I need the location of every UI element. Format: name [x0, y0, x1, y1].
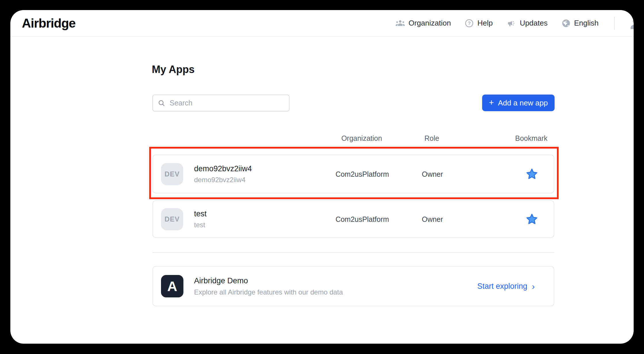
nav-organization[interactable]: Organization	[395, 19, 451, 28]
search-box	[152, 95, 290, 111]
app-name: demo92bvz2iiw4	[194, 164, 252, 173]
svg-text:?: ?	[468, 20, 471, 26]
start-exploring-link[interactable]: Start exploring ›	[477, 281, 535, 291]
plus-icon: +	[489, 98, 494, 107]
help-icon: ?	[465, 19, 474, 28]
nav-language-label: English	[574, 19, 599, 28]
demo-title: Airbridge Demo	[194, 276, 343, 285]
page-title: My Apps	[152, 64, 195, 76]
demo-description: Explore all Airbridge features with our …	[194, 288, 343, 296]
demo-text-block: Airbridge Demo Explore all Airbridge fea…	[194, 276, 343, 296]
app-row-demo92bvz2iiw4[interactable]: DEV demo92bvz2iiw4 demo92bvz2iiw4 Com2us…	[152, 155, 554, 193]
nav-updates[interactable]: Updates	[507, 19, 548, 28]
section-divider	[152, 252, 554, 253]
globe-icon	[561, 19, 571, 28]
chevron-right-icon: ›	[532, 282, 535, 291]
top-navbar: Airbridge Organization	[10, 10, 634, 37]
add-new-app-button[interactable]: + Add a new app	[482, 95, 555, 111]
app-window: Airbridge Organization	[10, 10, 634, 344]
nav-updates-label: Updates	[520, 19, 548, 28]
bookmark-star-button[interactable]	[524, 166, 540, 182]
airbridge-logo[interactable]: Airbridge	[22, 16, 76, 30]
app-organization: Com2usPlatform	[336, 170, 389, 178]
dev-badge: DEV	[161, 163, 183, 185]
app-organization: Com2usPlatform	[336, 215, 389, 223]
app-name: test	[194, 209, 207, 218]
top-nav-menu: Organization ? Help	[395, 10, 634, 36]
megaphone-icon	[507, 19, 516, 28]
app-name-block: demo92bvz2iiw4 demo92bvz2iiw4	[194, 164, 252, 184]
app-subtitle: test	[194, 221, 207, 229]
search-input[interactable]	[169, 99, 284, 107]
add-new-app-label: Add a new app	[498, 99, 548, 107]
column-header-role: Role	[424, 134, 439, 143]
app-row-test[interactable]: DEV test test Com2usPlatform Owner	[152, 200, 554, 238]
star-icon	[525, 222, 538, 227]
app-role: Owner	[422, 170, 443, 178]
nav-language[interactable]: English	[561, 19, 599, 28]
nav-help-label: Help	[477, 19, 492, 28]
nav-divider	[614, 17, 615, 30]
bookmark-star-button[interactable]	[524, 211, 540, 227]
app-role: Owner	[422, 215, 443, 223]
table-header-row: Organization Role Bookmark	[10, 134, 634, 143]
nav-help[interactable]: ? Help	[465, 19, 492, 28]
people-icon	[395, 19, 405, 28]
search-icon	[158, 99, 166, 107]
account-avatar[interactable]	[628, 17, 634, 30]
column-header-organization: Organization	[341, 134, 382, 143]
app-subtitle: demo92bvz2iiw4	[194, 176, 252, 184]
dev-badge: DEV	[161, 208, 183, 230]
column-header-bookmark: Bookmark	[515, 134, 548, 143]
app-name-block: test test	[194, 209, 207, 229]
nav-organization-label: Organization	[409, 19, 451, 28]
start-exploring-label: Start exploring	[477, 282, 527, 291]
star-icon	[525, 177, 538, 182]
airbridge-demo-logo: A	[161, 275, 183, 297]
airbridge-demo-card[interactable]: A Airbridge Demo Explore all Airbridge f…	[152, 266, 554, 306]
